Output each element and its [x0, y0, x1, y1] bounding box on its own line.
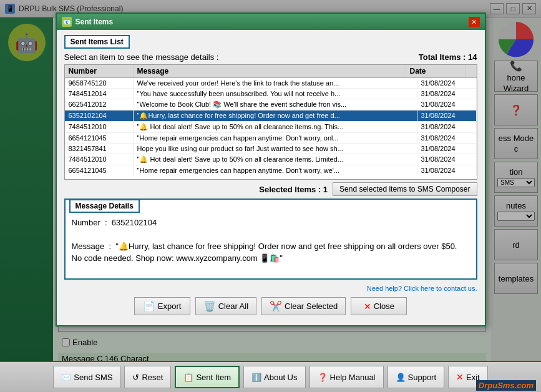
table-row[interactable]: 6654121045 "Home repair emergencies can …	[65, 133, 477, 144]
th-scroll	[465, 65, 477, 77]
td-date: 31/08/2024	[417, 144, 477, 154]
td-date: 31/08/2024	[417, 78, 477, 88]
detail-message-value: "🔔Hurry, last chance for free shipping! …	[72, 242, 457, 263]
modal-footer: 📄 Export 🗑️ Clear All ✂️ Clear Selected …	[64, 293, 477, 320]
td-number: 8321457841	[65, 144, 134, 154]
close-button[interactable]: ✕ Close	[351, 297, 407, 315]
table-row[interactable]: 6654121045 "Home repair emergencies can …	[65, 165, 477, 175]
detail-number-row: Number : 6352102104	[72, 217, 470, 229]
modal-overlay: 📧 Sent Items ✕ Sent Items List Select an…	[0, 0, 541, 392]
clear-selected-label: Clear Selected	[285, 301, 338, 311]
td-message: Hope you like using our product so far! …	[134, 144, 417, 154]
drpu-badge-text: DrpuSms.com	[479, 381, 534, 390]
close-icon: ✕	[364, 301, 371, 311]
export-button[interactable]: 📄 Export	[134, 297, 190, 315]
td-number: 6654121045	[65, 165, 134, 175]
table-row[interactable]: 9658745120 We've received your order! He…	[65, 78, 477, 89]
help-link[interactable]: Need help? Click here to contact us.	[64, 283, 477, 293]
td-date: 31/08/2024	[417, 154, 477, 165]
selected-count: Selected Items : 1	[64, 185, 328, 194]
about-us-button[interactable]: ℹ️ About Us	[243, 366, 305, 388]
send-sms-label: Send SMS	[74, 373, 112, 382]
detail-message-row: Message : "🔔Hurry, last chance for free …	[72, 240, 470, 265]
reset-button[interactable]: ↺ Reset	[124, 366, 171, 388]
select-hint: Select an item to see the message detail…	[64, 52, 219, 62]
td-message: "🔔Hurry, last chance for free shipping! …	[134, 110, 417, 121]
sent-items-list-label: Sent Items List	[64, 35, 130, 49]
table-row[interactable]: 7484512010 "🔔 Hot deal alert! Save up to…	[65, 154, 477, 165]
export-label: Export	[158, 301, 182, 311]
td-date: 31/08/2024	[417, 133, 477, 143]
table-row-selected[interactable]: 6352102104 "🔔Hurry, last chance for free…	[65, 110, 477, 122]
clear-all-label: Clear All	[218, 301, 248, 311]
modal-close-button[interactable]: ✕	[469, 17, 480, 27]
detail-date-row: Date : 31/08/2024	[72, 276, 470, 279]
td-date: 31/08/2024	[417, 165, 477, 175]
td-date: 31/08/2024	[417, 89, 477, 99]
td-number: 6654121045	[65, 133, 134, 143]
td-message: "Home repair emergencies can happen anyt…	[134, 133, 417, 143]
td-number: 7484512010	[65, 122, 134, 132]
td-message: "🔔 Hot deal alert! Save up to 50% on all…	[134, 122, 417, 132]
send-sms-button[interactable]: ✉️ Send SMS	[53, 366, 120, 388]
sent-items-modal: 📧 Sent Items ✕ Sent Items List Select an…	[56, 12, 486, 326]
select-hint-row: Select an item to see the message detail…	[64, 52, 477, 62]
td-number: 6625412012	[65, 99, 134, 110]
modal-titlebar: 📧 Sent Items ✕	[57, 14, 485, 30]
support-icon: 👤	[396, 373, 406, 382]
detail-date-label: Date	[72, 277, 89, 279]
reset-icon: ↺	[132, 373, 139, 382]
clear-all-button[interactable]: 🗑️ Clear All	[195, 297, 256, 315]
support-label: Support	[408, 373, 437, 382]
th-message: Message	[134, 65, 406, 77]
td-number: 7484512010	[65, 154, 134, 165]
td-message: "🔔 Hot deal alert! Save up to 50% on all…	[134, 154, 417, 165]
reset-label: Reset	[142, 373, 163, 382]
sent-item-button[interactable]: 📋 Sent Item	[175, 366, 240, 388]
td-number: 6352102104	[65, 110, 134, 121]
td-date: 31/08/2024	[417, 99, 477, 110]
clear-selected-button[interactable]: ✂️ Clear Selected	[261, 297, 346, 315]
table-row[interactable]: 8321457841 Hope you like using our produ…	[65, 144, 477, 154]
table-container: Number Message Date 9658745120 We've rec…	[64, 64, 477, 180]
about-us-icon: ℹ️	[251, 373, 261, 382]
message-details-content: Number : 6352102104 Message : "🔔Hurry, l…	[66, 213, 476, 278]
help-manual-button[interactable]: ❓ Help Manual	[309, 366, 384, 388]
table-row[interactable]: 6625412012 "Welcome to Book Club! 📚 We'l…	[65, 99, 477, 110]
modal-title: Sent Items	[76, 17, 469, 26]
detail-date-value: 31/08/2024	[104, 277, 145, 279]
th-date: Date	[406, 65, 465, 77]
exit-icon: ✕	[456, 372, 464, 382]
table-row[interactable]: 7484512010 "🔔 Hot deal alert! Save up to…	[65, 122, 477, 133]
modal-title-icon: 📧	[62, 17, 72, 27]
sent-item-label: Sent Item	[196, 373, 231, 382]
clear-selected-icon: ✂️	[270, 300, 282, 312]
drpu-badge: DrpuSms.com	[476, 380, 536, 391]
send-sms-icon: ✉️	[61, 373, 71, 382]
td-number: 7484512014	[65, 89, 134, 99]
help-manual-label: Help Manual	[330, 373, 376, 382]
total-items-label: Total Items : 14	[419, 52, 477, 62]
help-manual-icon: ❓	[318, 373, 328, 382]
detail-number-label: Number	[72, 218, 100, 227]
bottom-bar: ✉️ Send SMS ↺ Reset 📋 Sent Item ℹ️ About…	[0, 361, 541, 392]
export-icon: 📄	[143, 300, 155, 312]
td-message: We've received your order! Here's the li…	[134, 78, 417, 88]
table-row[interactable]: 7484512014 "You have successfully been u…	[65, 89, 477, 99]
message-details-box: Message Details Number : 6352102104 Mess…	[64, 198, 477, 280]
td-message: "You have successfully been unsubscribed…	[134, 89, 417, 99]
table-header: Number Message Date	[65, 65, 477, 78]
selected-items-row: Selected Items : 1 Send selected items t…	[64, 182, 477, 196]
clear-all-icon: 🗑️	[203, 300, 216, 312]
td-number: 9658745120	[65, 78, 134, 88]
td-date: 31/08/2024	[417, 110, 477, 121]
close-label: Close	[374, 301, 394, 311]
detail-number-value: 6352102104	[112, 218, 157, 227]
table-body: 9658745120 We've received your order! He…	[65, 78, 477, 175]
td-message: "Welcome to Book Club! 📚 We'll share the…	[134, 99, 417, 110]
support-button[interactable]: 👤 Support	[387, 366, 445, 388]
modal-body: Sent Items List Select an item to see th…	[57, 30, 485, 325]
send-selected-button[interactable]: Send selected items to SMS Composer	[333, 182, 477, 196]
about-us-label: About Us	[264, 373, 297, 382]
th-number: Number	[65, 65, 134, 77]
